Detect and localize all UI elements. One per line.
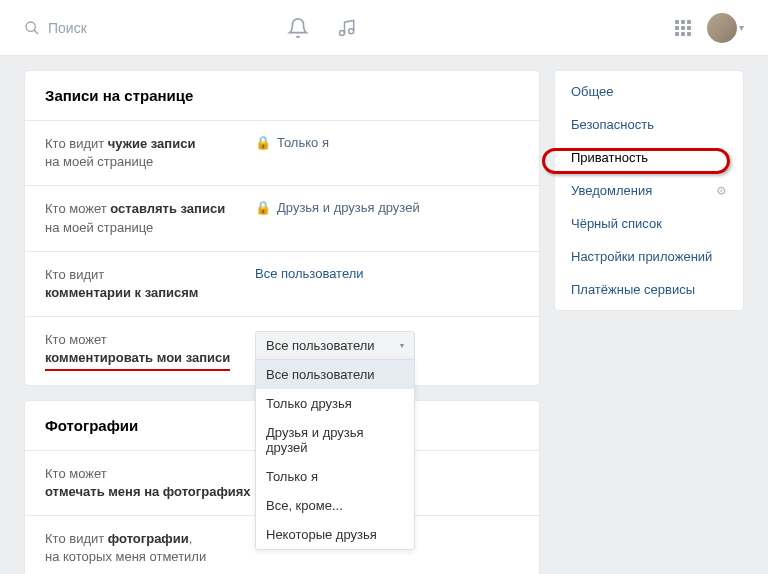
setting-row: Кто видит чужие записина моей странице 🔒… [25, 120, 539, 185]
svg-line-1 [34, 30, 38, 34]
posts-panel: Записи на странице Кто видит чужие запис… [24, 70, 540, 386]
dropdown-item[interactable]: Некоторые друзья [256, 520, 414, 549]
dropdown-menu: Все пользователи Только друзья Друзья и … [255, 359, 415, 550]
posts-title: Записи на странице [25, 71, 539, 120]
setting-value-link[interactable]: Все пользователи [255, 266, 519, 302]
setting-row: Кто может оставлять записина моей страни… [25, 185, 539, 250]
avatar [707, 13, 737, 43]
lock-icon: 🔒 [255, 135, 271, 150]
setting-label: Кто можеткомментировать мои записи [45, 331, 255, 370]
profile-menu[interactable]: ▾ [707, 13, 744, 43]
search-placeholder: Поиск [48, 20, 87, 36]
chevron-down-icon: ▾ [739, 22, 744, 33]
sidebar-item-blacklist[interactable]: Чёрный список [555, 207, 743, 240]
setting-label: Кто можетотмечать меня на фотографиях [45, 465, 255, 501]
bell-icon[interactable] [287, 17, 309, 39]
setting-value: Все пользователи ▾ Все пользователи Толь… [255, 331, 519, 370]
dropdown-item[interactable]: Все, кроме... [256, 491, 414, 520]
chevron-down-icon: ▾ [400, 341, 404, 350]
setting-label: Кто видит фотографии,на которых меня отм… [45, 530, 255, 566]
sidebar: Общее Безопасность Приватность Уведомлен… [554, 70, 744, 311]
setting-label: Кто видит чужие записина моей странице [45, 135, 255, 171]
lock-icon: 🔒 [255, 200, 271, 215]
svg-point-0 [26, 22, 35, 31]
svg-point-2 [339, 30, 344, 35]
sidebar-item-payment[interactable]: Платёжные сервисы [555, 273, 743, 306]
setting-row-comment-posts: Кто можеткомментировать мои записи Все п… [25, 316, 539, 384]
svg-point-3 [348, 28, 353, 33]
setting-value[interactable]: 🔒 Только я [255, 135, 519, 171]
gear-icon[interactable]: ⚙ [716, 184, 727, 198]
sidebar-item-general[interactable]: Общее [555, 75, 743, 108]
setting-value[interactable]: 🔒 Друзья и друзья друзей [255, 200, 519, 236]
dropdown-item[interactable]: Только друзья [256, 389, 414, 418]
music-icon[interactable] [337, 18, 357, 38]
setting-label: Кто может оставлять записина моей страни… [45, 200, 255, 236]
apps-icon[interactable] [675, 20, 691, 36]
sidebar-item-app-settings[interactable]: Настройки приложений [555, 240, 743, 273]
dropdown-item[interactable]: Все пользователи [256, 360, 414, 389]
sidebar-item-privacy[interactable]: Приватность [555, 141, 743, 174]
setting-label: Кто видиткомментарии к записям [45, 266, 255, 302]
setting-row: Кто видиткомментарии к записям Все польз… [25, 251, 539, 316]
sidebar-item-notifications[interactable]: Уведомления⚙ [555, 174, 743, 207]
sidebar-item-security[interactable]: Безопасность [555, 108, 743, 141]
dropdown-selected[interactable]: Все пользователи ▾ [255, 331, 415, 360]
topbar: Поиск ▾ [0, 0, 768, 56]
top-icons [287, 17, 357, 39]
dropdown-item[interactable]: Только я [256, 462, 414, 491]
search-icon [24, 20, 40, 36]
dropdown-item[interactable]: Друзья и друзья друзей [256, 418, 414, 462]
search-input[interactable]: Поиск [24, 20, 87, 36]
